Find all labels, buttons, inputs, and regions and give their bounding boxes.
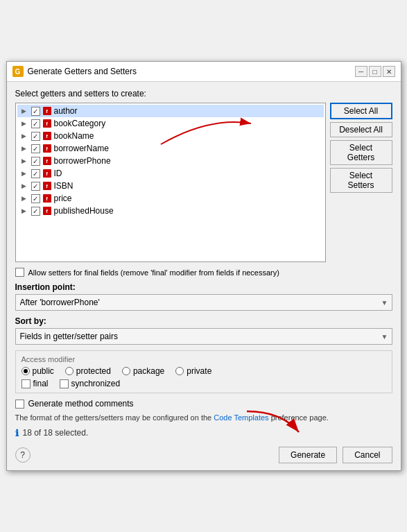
radio-private-circle [175,367,184,375]
minimize-button[interactable]: ─ [355,66,367,77]
title-bar: G Generate Getters and Setters ─ □ ✕ [7,62,401,82]
radio-package[interactable]: package [122,366,164,376]
close-button[interactable]: ✕ [383,66,395,77]
radio-protected-label: protected [76,366,111,376]
select-getters-button[interactable]: Select Getters [330,140,392,165]
radio-private-label: private [187,366,211,376]
field-icon-borrowerName: f [43,144,51,153]
info-text: The format of the getters/setters may be… [15,413,392,423]
synchronized-modifier-checkbox[interactable] [60,379,69,388]
maximize-button[interactable]: □ [369,66,381,77]
final-modifier-item[interactable]: final [21,379,49,388]
checkbox-bookCategory[interactable]: ✓ [31,119,40,128]
synchronized-modifier-label: synchronized [71,379,121,388]
field-icon-ISBN: f [43,182,51,190]
help-button[interactable]: ? [15,447,31,463]
modifier-checkboxes: final synchronized [21,379,386,388]
checkbox-author[interactable]: ✓ [31,107,40,116]
expander-publishedHouse: ▶ [20,207,28,215]
window-controls: ─ □ ✕ [355,66,395,77]
generate-comments-checkbox[interactable] [15,400,24,409]
insertion-point-section: Insertion point: After 'borrowerPhone' ▼ [15,282,392,311]
action-buttons: Select All Deselect All Select Getters S… [330,103,392,262]
allow-final-label: Allow setters for final fields (remove '… [28,268,279,277]
checkbox-borrowerName[interactable]: ✓ [31,144,40,153]
window-title: Generate Getters and Setters [28,67,351,76]
access-modifier-section: Access modifier public protected package… [15,350,392,393]
field-name-price: price [54,194,72,203]
radio-private[interactable]: private [175,366,211,376]
field-item-publishedHouse[interactable]: ▶ ✓ f publishedHouse [17,205,324,217]
field-item-ISBN[interactable]: ▶ ✓ f ISBN [17,180,324,192]
checkbox-ISBN[interactable]: ✓ [31,182,40,191]
expander-author: ▶ [20,107,28,115]
radio-public[interactable]: public [21,366,54,376]
radio-public-label: public [33,366,54,376]
field-icon-publishedHouse: f [43,207,51,215]
expander-bookName: ▶ [20,132,28,140]
radio-protected[interactable]: protected [65,366,111,376]
field-item-ID[interactable]: ▶ ✓ f ID [17,167,324,180]
field-name-ISBN: ISBN [54,181,73,191]
radio-protected-circle [65,367,73,375]
field-name-author: author [54,106,78,116]
field-icon-borrowerPhone: f [43,157,51,165]
checkbox-ID[interactable]: ✓ [31,169,40,178]
radio-row: public protected package private [21,366,386,376]
code-templates-link[interactable]: Code Templates [214,413,268,422]
final-modifier-label: final [33,379,49,388]
info-text-prefix: The format of the getters/setters may be… [15,413,212,422]
field-icon-bookCategory: f [43,119,51,128]
field-icon-price: f [43,194,51,203]
field-name-publishedHouse: publishedHouse [54,206,114,216]
field-item-borrowerPhone[interactable]: ▶ ✓ f borrowerPhone [17,155,324,167]
synchronized-modifier-item[interactable]: synchronized [60,379,121,388]
insertion-point-dropdown[interactable]: After 'borrowerPhone' [15,294,392,311]
radio-public-circle [21,367,30,375]
sort-by-dropdown[interactable]: Fields in getter/setter pairs [15,328,392,345]
status-text: 18 of 18 selected. [23,428,89,438]
field-name-bookName: bookName [54,131,94,141]
deselect-all-button[interactable]: Deselect All [330,122,392,137]
field-item-price[interactable]: ▶ ✓ f price [17,192,324,205]
field-icon-author: f [43,107,51,115]
radio-package-circle [122,367,130,375]
field-item-bookName[interactable]: ▶ ✓ f bookName [17,130,324,142]
checkbox-publishedHouse[interactable]: ✓ [31,207,40,216]
access-modifier-title: Access modifier [21,355,386,363]
generate-button[interactable]: Generate [279,447,337,463]
sort-by-dropdown-wrap: Fields in getter/setter pairs ▼ [15,328,392,345]
info-icon: ℹ [15,428,19,438]
field-name-bookCategory: bookCategory [54,119,106,128]
expander-borrowerName: ▶ [20,144,28,153]
info-text-suffix: preference page. [271,413,329,422]
allow-final-checkbox[interactable] [15,268,24,277]
field-icon-bookName: f [43,132,51,140]
final-modifier-checkbox[interactable] [21,379,31,388]
select-setters-button[interactable]: Select Setters [330,168,392,193]
select-all-button[interactable]: Select All [330,103,392,119]
field-item-author[interactable]: ▶ ✓ f author [17,105,324,117]
field-name-borrowerName: borrowerName [54,144,109,153]
expander-price: ▶ [20,194,28,203]
footer-area: ? Generate Cancel [15,444,392,463]
checkbox-borrowerPhone[interactable]: ✓ [31,157,40,166]
field-name-borrowerPhone: borrowerPhone [54,156,111,166]
generate-comments-label: Generate method comments [28,399,134,409]
expander-bookCategory: ▶ [20,119,28,128]
expander-ISBN: ▶ [20,182,28,190]
field-icon-ID: f [43,169,51,178]
radio-package-label: package [133,366,164,376]
cancel-button[interactable]: Cancel [343,447,392,463]
sort-by-section: Sort by: Fields in getter/setter pairs ▼ [15,316,392,345]
insertion-point-dropdown-wrap: After 'borrowerPhone' ▼ [15,294,392,311]
section-label: Select getters and setters to create: [15,89,392,98]
dialog-content: Select getters and setters to create: ▶ … [7,82,401,470]
checkbox-price[interactable]: ✓ [31,194,40,203]
fields-list: ▶ ✓ f author ▶ ✓ f bookCategory ▶ ✓ f bo… [15,103,326,262]
checkbox-bookName[interactable]: ✓ [31,132,40,141]
field-item-bookCategory[interactable]: ▶ ✓ f bookCategory [17,117,324,130]
sort-by-label: Sort by: [15,316,392,326]
footer-left: ? [15,447,31,463]
field-item-borrowerName[interactable]: ▶ ✓ f borrowerName [17,142,324,155]
